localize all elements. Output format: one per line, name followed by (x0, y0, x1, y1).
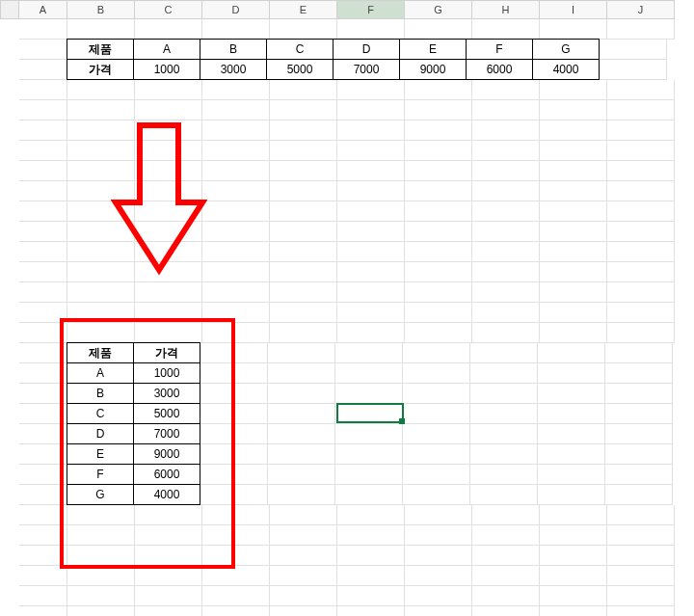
cell-F7[interactable] (337, 141, 405, 161)
col-header-H[interactable]: H (472, 0, 540, 19)
cell-A8[interactable] (19, 161, 67, 181)
cell-A22[interactable] (19, 444, 67, 465)
cell-B19[interactable]: B (67, 383, 134, 404)
cell-A28[interactable] (19, 566, 67, 586)
cell-B13[interactable] (67, 262, 135, 282)
cell-J21[interactable] (605, 424, 673, 444)
cell-F27[interactable] (337, 546, 405, 566)
cell-E16[interactable] (270, 323, 337, 343)
cell-B12[interactable] (67, 242, 135, 262)
cell-G6[interactable] (405, 121, 472, 141)
cell-G23[interactable] (403, 465, 470, 485)
cell-E21[interactable] (268, 424, 335, 444)
cell-I15[interactable] (540, 303, 607, 323)
cell-A1[interactable] (19, 19, 67, 40)
cell-J19[interactable] (605, 384, 673, 404)
cell-A29[interactable] (19, 586, 67, 606)
cell-E18[interactable] (268, 363, 335, 384)
cell-A27[interactable] (19, 546, 67, 566)
cell-F10[interactable] (337, 201, 405, 222)
cell-J7[interactable] (607, 141, 675, 161)
cell-G5[interactable] (405, 100, 472, 121)
cell-D2[interactable]: B (200, 39, 267, 60)
cell-H9[interactable] (472, 181, 540, 201)
cell-H16[interactable] (472, 323, 540, 343)
cell-I10[interactable] (540, 201, 607, 222)
cell-C12[interactable] (135, 242, 202, 262)
cell-C22[interactable]: 9000 (133, 443, 200, 465)
cell-I9[interactable] (540, 181, 607, 201)
cell-I7[interactable] (540, 141, 607, 161)
cell-J26[interactable] (607, 525, 675, 546)
cell-I16[interactable] (540, 323, 607, 343)
cell-B28[interactable] (67, 566, 135, 586)
cell-F19[interactable] (335, 384, 403, 404)
cell-H13[interactable] (472, 262, 540, 282)
cell-H14[interactable] (472, 282, 540, 303)
cell-G15[interactable] (405, 303, 472, 323)
cell-F25[interactable] (337, 505, 405, 525)
cell-A23[interactable] (19, 465, 67, 485)
cell-D28[interactable] (202, 566, 270, 586)
cell-F23[interactable] (335, 465, 403, 485)
cell-J27[interactable] (607, 546, 675, 566)
cell-A9[interactable] (19, 181, 67, 201)
cell-D11[interactable] (202, 222, 270, 242)
cell-C28[interactable] (135, 566, 202, 586)
cell-D8[interactable] (202, 161, 270, 181)
col-header-A[interactable]: A (19, 0, 67, 19)
cell-D23[interactable] (200, 465, 268, 485)
cell-J28[interactable] (607, 566, 675, 586)
cell-H20[interactable] (470, 404, 538, 424)
cell-C3[interactable]: 1000 (133, 59, 200, 80)
cell-F21[interactable] (335, 424, 403, 444)
cell-G24[interactable] (403, 485, 470, 505)
cell-A2[interactable] (19, 40, 67, 60)
cell-E24[interactable] (268, 485, 335, 505)
cell-A5[interactable] (19, 100, 67, 121)
cell-J12[interactable] (607, 242, 675, 262)
cell-C1[interactable] (135, 19, 202, 40)
cell-F29[interactable] (337, 586, 405, 606)
cell-G21[interactable] (403, 424, 470, 444)
cell-H30[interactable] (472, 606, 540, 616)
cell-J1[interactable] (607, 19, 675, 40)
cell-D24[interactable] (200, 485, 268, 505)
cell-J9[interactable] (607, 181, 675, 201)
cell-C15[interactable] (135, 303, 202, 323)
cell-G12[interactable] (405, 242, 472, 262)
cell-E11[interactable] (270, 222, 337, 242)
cell-H19[interactable] (470, 384, 538, 404)
cell-B9[interactable] (67, 181, 135, 201)
cell-C16[interactable] (135, 323, 202, 343)
cell-J5[interactable] (607, 100, 675, 121)
cell-H22[interactable] (470, 444, 538, 465)
cell-A19[interactable] (19, 384, 67, 404)
cell-E7[interactable] (270, 141, 337, 161)
cell-B14[interactable] (67, 282, 135, 303)
cell-B16[interactable] (67, 323, 135, 343)
cell-B8[interactable] (67, 161, 135, 181)
cell-G30[interactable] (405, 606, 472, 616)
cell-G22[interactable] (403, 444, 470, 465)
cell-J13[interactable] (607, 262, 675, 282)
cell-G9[interactable] (405, 181, 472, 201)
col-header-E[interactable]: E (270, 0, 337, 19)
cell-I19[interactable] (538, 384, 605, 404)
cell-I25[interactable] (540, 505, 607, 525)
cell-E30[interactable] (270, 606, 337, 616)
cell-A10[interactable] (19, 201, 67, 222)
cell-C10[interactable] (135, 201, 202, 222)
cell-A18[interactable] (19, 363, 67, 384)
cell-J14[interactable] (607, 282, 675, 303)
cell-B23[interactable]: F (67, 464, 134, 485)
cell-B27[interactable] (67, 546, 135, 566)
cell-C4[interactable] (135, 80, 202, 100)
cell-D29[interactable] (202, 586, 270, 606)
cell-D4[interactable] (202, 80, 270, 100)
cell-A17[interactable] (19, 343, 67, 363)
cell-J24[interactable] (605, 485, 673, 505)
cell-G16[interactable] (405, 323, 472, 343)
cell-I30[interactable] (540, 606, 607, 616)
cell-F14[interactable] (337, 282, 405, 303)
